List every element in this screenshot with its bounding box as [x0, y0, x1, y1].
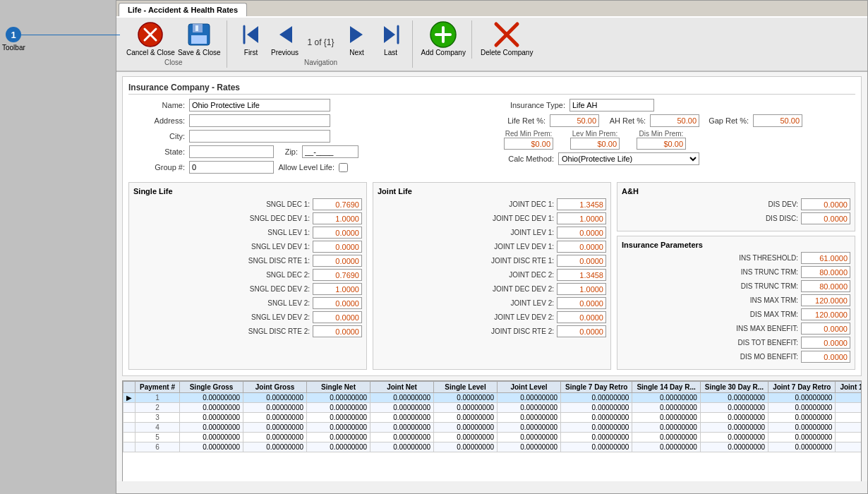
cell-0-4[interactable]: 0.00000000: [434, 393, 498, 403]
cell-2-5[interactable]: 0.00000000: [498, 413, 561, 423]
cell-3-9[interactable]: 0.00000000: [768, 423, 836, 433]
ins-param-value-3[interactable]: [801, 294, 850, 306]
gap-ret-input[interactable]: [753, 114, 802, 127]
ah-value-0[interactable]: [801, 198, 850, 210]
previous-button[interactable]: Previous: [270, 20, 301, 57]
cell-0-9[interactable]: 0.00000000: [768, 393, 836, 403]
cell-1-1[interactable]: 0.00000000: [243, 403, 307, 413]
table-row[interactable]: 20.000000000.000000000.000000000.0000000…: [123, 403, 862, 413]
single-life-value-3[interactable]: [313, 241, 362, 253]
cell-4-0[interactable]: 0.00000000: [180, 433, 243, 442]
joint-life-value-9[interactable]: [557, 325, 606, 337]
cell-1-9[interactable]: 0.00000000: [768, 403, 836, 413]
address-input[interactable]: [189, 114, 330, 127]
cell-4-3[interactable]: 0.00000000: [370, 433, 434, 442]
single-life-value-7[interactable]: [313, 297, 362, 309]
single-life-value-2[interactable]: [313, 227, 362, 239]
ins-param-value-2[interactable]: [801, 280, 850, 292]
cell-0-0[interactable]: 0.00000000: [180, 393, 243, 403]
cell-4-9[interactable]: 0.00000000: [768, 433, 836, 442]
group-input[interactable]: [189, 161, 274, 174]
cancel-close-button[interactable]: Cancel & Close: [126, 20, 175, 57]
cell-2-0[interactable]: 0.00000000: [180, 413, 243, 423]
joint-life-value-0[interactable]: [557, 198, 606, 210]
single-life-value-6[interactable]: [313, 283, 362, 295]
cell-3-0[interactable]: 0.00000000: [180, 423, 243, 433]
cell-3-10[interactable]: 0.00000000: [836, 423, 862, 433]
cell-4-7[interactable]: 0.00000000: [632, 433, 700, 442]
single-life-value-1[interactable]: [313, 212, 362, 224]
life-ret-input[interactable]: [550, 114, 599, 127]
joint-life-value-1[interactable]: [557, 212, 606, 224]
cell-5-8[interactable]: 0.00000000: [700, 442, 768, 452]
cell-4-8[interactable]: 0.00000000: [700, 433, 768, 442]
cell-1-0[interactable]: 0.00000000: [180, 403, 243, 413]
cell-1-4[interactable]: 0.00000000: [434, 403, 498, 413]
cell-2-1[interactable]: 0.00000000: [243, 413, 307, 423]
table-row[interactable]: ▶10.000000000.000000000.000000000.000000…: [123, 393, 862, 403]
cell-1-10[interactable]: 0.00000000: [836, 403, 862, 413]
ins-param-value-4[interactable]: [801, 308, 850, 320]
table-row[interactable]: 30.000000000.000000000.000000000.0000000…: [123, 413, 862, 423]
cell-3-8[interactable]: 0.00000000: [700, 423, 768, 433]
cell-5-2[interactable]: 0.00000000: [307, 442, 370, 452]
data-grid-container[interactable]: Payment # Single Gross Joint Gross Singl…: [122, 380, 862, 481]
cell-5-1[interactable]: 0.00000000: [243, 442, 307, 452]
joint-life-value-8[interactable]: [557, 311, 606, 323]
cell-1-5[interactable]: 0.00000000: [498, 403, 561, 413]
cell-2-3[interactable]: 0.00000000: [370, 413, 434, 423]
cell-2-4[interactable]: 0.00000000: [434, 413, 498, 423]
ins-param-value-1[interactable]: [801, 266, 850, 278]
cell-3-5[interactable]: 0.00000000: [498, 423, 561, 433]
cell-0-6[interactable]: 0.00000000: [561, 393, 632, 403]
zip-input[interactable]: [302, 145, 358, 158]
cell-5-5[interactable]: 0.00000000: [498, 442, 561, 452]
cell-5-0[interactable]: 0.00000000: [180, 442, 243, 452]
lev-min-prem-input[interactable]: [570, 138, 620, 150]
cell-3-1[interactable]: 0.00000000: [243, 423, 307, 433]
cell-0-5[interactable]: 0.00000000: [498, 393, 561, 403]
joint-life-value-5[interactable]: [557, 269, 606, 281]
state-input[interactable]: [189, 145, 274, 158]
cell-2-6[interactable]: 0.00000000: [561, 413, 632, 423]
cell-5-9[interactable]: 0.00000000: [768, 442, 836, 452]
joint-life-value-6[interactable]: [557, 283, 606, 295]
cell-2-7[interactable]: 0.00000000: [632, 413, 700, 423]
cell-3-2[interactable]: 0.00000000: [307, 423, 370, 433]
delete-company-button[interactable]: Delete Company: [481, 20, 533, 57]
ah-value-1[interactable]: [801, 212, 850, 224]
ah-ret-input[interactable]: [650, 114, 699, 127]
cell-0-8[interactable]: 0.00000000: [700, 393, 768, 403]
cell-4-6[interactable]: 0.00000000: [561, 433, 632, 442]
cell-0-3[interactable]: 0.00000000: [370, 393, 434, 403]
ins-param-value-0[interactable]: [801, 252, 850, 264]
cell-5-4[interactable]: 0.00000000: [434, 442, 498, 452]
cell-1-7[interactable]: 0.00000000: [632, 403, 700, 413]
single-life-value-4[interactable]: [313, 255, 362, 267]
cell-2-2[interactable]: 0.00000000: [307, 413, 370, 423]
cell-5-6[interactable]: 0.00000000: [561, 442, 632, 452]
cell-3-6[interactable]: 0.00000000: [561, 423, 632, 433]
red-min-prem-input[interactable]: [504, 138, 553, 150]
name-input[interactable]: [189, 99, 330, 112]
cell-2-8[interactable]: 0.00000000: [700, 413, 768, 423]
cell-0-2[interactable]: 0.00000000: [307, 393, 370, 403]
cell-2-9[interactable]: 0.00000000: [768, 413, 836, 423]
joint-life-value-3[interactable]: [557, 241, 606, 253]
first-button[interactable]: First: [236, 20, 267, 57]
cell-2-10[interactable]: 0.00000000: [836, 413, 862, 423]
single-life-value-0[interactable]: [313, 198, 362, 210]
calc-method-select[interactable]: Ohio(Protective Life) Standard Custom: [558, 152, 699, 165]
add-company-button[interactable]: Add Company: [421, 20, 466, 57]
single-life-value-8[interactable]: [313, 311, 362, 323]
cell-1-2[interactable]: 0.00000000: [307, 403, 370, 413]
cell-1-3[interactable]: 0.00000000: [370, 403, 434, 413]
ins-param-value-7[interactable]: [801, 351, 850, 363]
cell-5-10[interactable]: 0.00000000: [836, 442, 862, 452]
cell-5-7[interactable]: 0.00000000: [632, 442, 700, 452]
cell-4-1[interactable]: 0.00000000: [243, 433, 307, 442]
city-input[interactable]: [189, 130, 330, 143]
single-life-value-5[interactable]: [313, 269, 362, 281]
cell-0-10[interactable]: 0.00000000: [836, 393, 862, 403]
cell-4-5[interactable]: 0.00000000: [498, 433, 561, 442]
